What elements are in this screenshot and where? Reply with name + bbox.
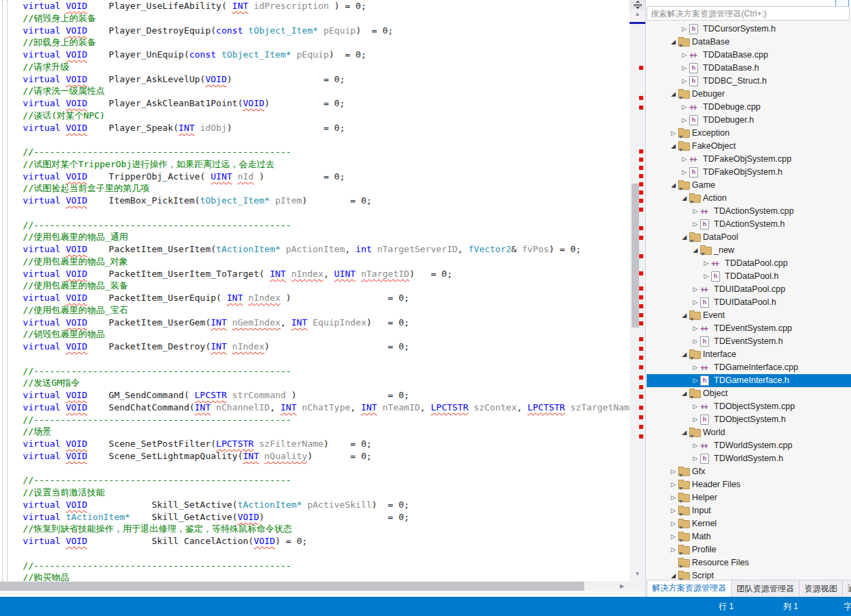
chevron-collapsed-icon[interactable]: ▷ bbox=[691, 439, 700, 452]
tree-item-TDFakeObjSystem.h[interactable]: ▷hTDFakeObjSystem.h bbox=[647, 166, 851, 179]
chevron-collapsed-icon[interactable]: ▷ bbox=[680, 153, 689, 166]
tree-item-TDDebuger.h[interactable]: ▷hTDDebuger.h bbox=[647, 114, 851, 127]
tree-item-TDActionSystem.cpp[interactable]: ▷++TDActionSystem.cpp bbox=[647, 205, 851, 218]
chevron-collapsed-icon[interactable]: ▷ bbox=[691, 400, 700, 413]
chevron-collapsed-icon[interactable]: ▷ bbox=[669, 504, 678, 517]
tab-solution-explorer[interactable]: 解决方案资源管理器 bbox=[647, 580, 732, 597]
chevron-collapsed-icon[interactable]: ▷ bbox=[680, 101, 689, 114]
chevron-collapsed-icon[interactable]: ▷ bbox=[669, 127, 678, 140]
chevron-collapsed-icon[interactable]: ▷ bbox=[691, 205, 700, 218]
horizontal-scroll-thumb[interactable] bbox=[0, 582, 584, 591]
chevron-expanded-icon[interactable]: ◢ bbox=[680, 387, 689, 400]
chevron-collapsed-icon[interactable]: ▷ bbox=[691, 335, 700, 348]
tree-item-TDWorldSystem.cpp[interactable]: ▷++TDWorldSystem.cpp bbox=[647, 439, 851, 452]
chevron-collapsed-icon[interactable]: ▷ bbox=[669, 478, 678, 491]
tree-item-TDGameInterface.h[interactable]: ▷hTDGameInterface.h bbox=[647, 374, 851, 387]
tree-item-TDDataBase.cpp[interactable]: ▷++TDDataBase.cpp bbox=[647, 49, 851, 62]
chevron-collapsed-icon[interactable]: ▷ bbox=[669, 491, 678, 504]
chevron-collapsed-icon[interactable]: ▷ bbox=[691, 283, 700, 296]
chevron-collapsed-icon[interactable]: ▷ bbox=[691, 322, 700, 335]
tree-item-TDCursorSystem.h[interactable]: ▷hTDCursorSystem.h bbox=[647, 23, 851, 36]
tree-item-_new[interactable]: ◢_new bbox=[647, 244, 851, 257]
tree-item-TDUIDataPool.h[interactable]: ▷hTDUIDataPool.h bbox=[647, 296, 851, 309]
chevron-collapsed-icon[interactable]: ▷ bbox=[669, 530, 678, 543]
chevron-collapsed-icon[interactable]: ▷ bbox=[680, 62, 689, 75]
chevron-collapsed-icon[interactable]: ▷ bbox=[691, 374, 700, 387]
tree-item-Gfx[interactable]: ▷Gfx bbox=[647, 465, 851, 478]
tree-item-Helper[interactable]: ▷Helper bbox=[647, 491, 851, 504]
editor-vertical-scrollbar[interactable]: ▲ ▼ bbox=[630, 0, 645, 581]
tree-item-Debuger[interactable]: ◢Debuger bbox=[647, 88, 851, 101]
tree-item-TDWorldSystem.h[interactable]: ▷hTDWorldSystem.h bbox=[647, 452, 851, 465]
solution-search-box[interactable] bbox=[647, 6, 850, 21]
tree-item-Interface[interactable]: ◢Interface bbox=[647, 348, 851, 361]
tree-item-FakeObject[interactable]: ◢FakeObject bbox=[647, 140, 851, 153]
tree-item-TDDataPool.cpp[interactable]: ▷++TDDataPool.cpp bbox=[647, 257, 851, 270]
chevron-expanded-icon[interactable]: ◢ bbox=[669, 179, 678, 192]
tree-item-Game[interactable]: ◢Game bbox=[647, 179, 851, 192]
chevron-collapsed-icon[interactable]: ▷ bbox=[702, 270, 711, 283]
tree-item-Header-Files[interactable]: ▷Header Files bbox=[647, 478, 851, 491]
tree-item-Event[interactable]: ◢Event bbox=[647, 309, 851, 322]
chevron-collapsed-icon[interactable]: ▷ bbox=[680, 23, 689, 36]
panel-divider[interactable] bbox=[645, 0, 646, 597]
search-input[interactable] bbox=[647, 8, 851, 21]
chevron-collapsed-icon[interactable]: ▷ bbox=[680, 75, 689, 88]
tab-resource-view[interactable]: 资源视图 bbox=[800, 580, 843, 597]
chevron-expanded-icon[interactable]: ◢ bbox=[691, 244, 700, 257]
chevron-collapsed-icon[interactable]: ▷ bbox=[669, 465, 678, 478]
tree-item-TDGameInterface.cpp[interactable]: ▷++TDGameInterface.cpp bbox=[647, 361, 851, 374]
tree-item-Action[interactable]: ◢Action bbox=[647, 192, 851, 205]
tree-item-TDUIDataPool.cpp[interactable]: ▷++TDUIDataPool.cpp bbox=[647, 283, 851, 296]
tree-item-Exception[interactable]: ▷Exception bbox=[647, 127, 851, 140]
chevron-expanded-icon[interactable]: ◢ bbox=[680, 348, 689, 361]
scroll-down-arrow-icon[interactable]: ▼ bbox=[630, 570, 645, 578]
chevron-expanded-icon[interactable]: ◢ bbox=[669, 88, 678, 101]
chevron-collapsed-icon[interactable]: ▷ bbox=[680, 166, 689, 179]
tree-item-Object[interactable]: ◢Object bbox=[647, 387, 851, 400]
chevron-collapsed-icon[interactable]: ▷ bbox=[702, 257, 711, 270]
tree-item-TDDBC_Struct.h[interactable]: ▷hTDDBC_Struct.h bbox=[647, 75, 851, 88]
chevron-expanded-icon[interactable]: ◢ bbox=[669, 140, 678, 153]
tree-item-TDActionSystem.h[interactable]: ▷hTDActionSystem.h bbox=[647, 218, 851, 231]
tree-item-DataPool[interactable]: ◢DataPool bbox=[647, 231, 851, 244]
chevron-collapsed-icon[interactable]: ▷ bbox=[669, 517, 678, 530]
tree-item-TDFakeObjSystem.cpp[interactable]: ▷++TDFakeObjSystem.cpp bbox=[647, 153, 851, 166]
tree-item-TDEventSystem.cpp[interactable]: ▷++TDEventSystem.cpp bbox=[647, 322, 851, 335]
editor-splitter-handle[interactable] bbox=[630, 0, 645, 10]
vertical-scroll-thumb[interactable] bbox=[632, 184, 639, 328]
chevron-collapsed-icon[interactable]: ▷ bbox=[680, 49, 689, 62]
tree-item-Profile[interactable]: ▷Profile bbox=[647, 543, 851, 556]
chevron-collapsed-icon[interactable]: ▷ bbox=[691, 296, 700, 309]
tree-item-Resource-Files[interactable]: Resource Files bbox=[647, 556, 851, 569]
tree-item-TDDataPool.h[interactable]: ▷hTDDataPool.h bbox=[647, 270, 851, 283]
chevron-expanded-icon[interactable]: ◢ bbox=[680, 192, 689, 205]
tree-item-TDDataBase.h[interactable]: ▷hTDDataBase.h bbox=[647, 62, 851, 75]
tree-item-Input[interactable]: ▷Input bbox=[647, 504, 851, 517]
tab-notifications[interactable]: 通知 bbox=[843, 580, 851, 597]
chevron-expanded-icon[interactable]: ◢ bbox=[680, 309, 689, 322]
chevron-collapsed-icon[interactable]: ▷ bbox=[680, 114, 689, 127]
tree-item-TDEventSystem.h[interactable]: ▷hTDEventSystem.h bbox=[647, 335, 851, 348]
chevron-collapsed-icon[interactable]: ▷ bbox=[691, 413, 700, 426]
tree-item-TDDebuge.cpp[interactable]: ▷++TDDebuge.cpp bbox=[647, 101, 851, 114]
scroll-up-arrow-icon[interactable]: ▲ bbox=[630, 10, 645, 19]
tree-item-Script[interactable]: ◢Script bbox=[647, 569, 851, 580]
chevron-expanded-icon[interactable]: ◢ bbox=[680, 231, 689, 244]
code-editor[interactable]: virtual VOID Player_UseLifeAbility( INT … bbox=[0, 0, 630, 581]
chevron-expanded-icon[interactable]: ◢ bbox=[669, 569, 678, 580]
chevron-collapsed-icon[interactable]: ▷ bbox=[691, 361, 700, 374]
chevron-expanded-icon[interactable]: ◢ bbox=[680, 426, 689, 439]
tree-item-TDObjectSystem.cpp[interactable]: ▷++TDObjectSystem.cpp bbox=[647, 400, 851, 413]
scroll-right-arrow-icon[interactable]: ▶ bbox=[616, 581, 628, 591]
tree-item-Kernel[interactable]: ▷Kernel bbox=[647, 517, 851, 530]
chevron-expanded-icon[interactable]: ◢ bbox=[669, 36, 678, 49]
tree-item-DataBase[interactable]: ◢DataBase bbox=[647, 36, 851, 49]
chevron-collapsed-icon[interactable]: ▷ bbox=[669, 543, 678, 556]
chevron-collapsed-icon[interactable]: ▷ bbox=[691, 218, 700, 231]
tree-item-TDObjectSystem.h[interactable]: ▷hTDObjectSystem.h bbox=[647, 413, 851, 426]
tree-item-World[interactable]: ◢World bbox=[647, 426, 851, 439]
tab-team-explorer[interactable]: 团队资源管理器 bbox=[732, 580, 800, 597]
editor-horizontal-scrollbar[interactable]: ▶ bbox=[0, 581, 645, 591]
tree-item-Math[interactable]: ▷Math bbox=[647, 530, 851, 543]
